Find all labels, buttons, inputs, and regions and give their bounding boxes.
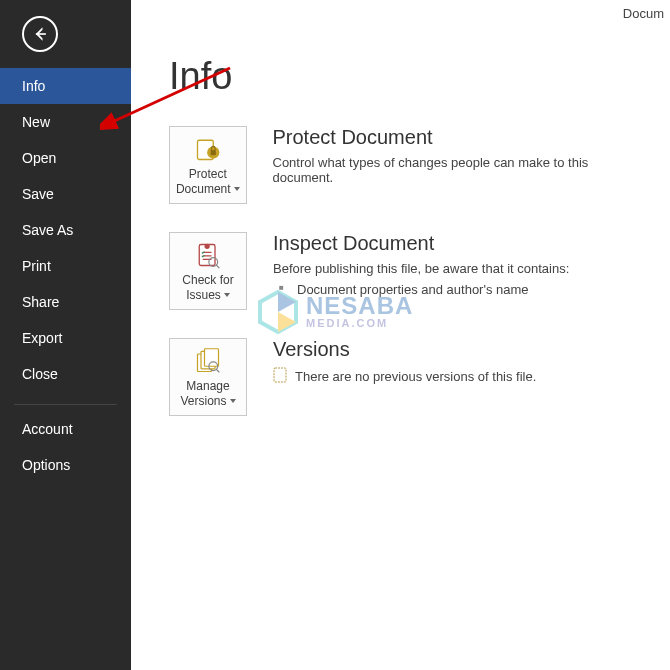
app-root: Docum Info New Open Save Save As Print S… [0,0,670,670]
svg-line-12 [216,369,220,373]
sidebar-item-export[interactable]: Export [0,320,131,356]
versions-text-label: There are no previous versions of this f… [295,369,536,384]
checklist-icon [194,240,222,270]
tile-label-line2: Document [176,182,240,196]
sidebar-item-print[interactable]: Print [0,248,131,284]
svg-line-7 [216,265,220,269]
inspect-body: Inspect Document Before publishing this … [273,232,569,310]
tile-label-line1: Protect [189,167,227,181]
lock-icon [194,134,222,164]
sidebar-item-account[interactable]: Account [0,411,131,447]
sidebar-item-open[interactable]: Open [0,140,131,176]
sidebar-item-close[interactable]: Close [0,356,131,392]
section-versions: Manage Versions Versions There are no pr… [169,338,650,416]
protect-text: Control what types of changes people can… [273,155,651,185]
inspect-heading: Inspect Document [273,232,569,255]
section-protect: Protect Document Protect Document Contro… [169,126,650,204]
back-button[interactable] [22,16,58,52]
protect-body: Protect Document Control what types of c… [273,126,651,204]
versions-body: Versions There are no previous versions … [273,338,536,416]
sidebar-item-new[interactable]: New [0,104,131,140]
tile-label-line1: Check for [182,273,233,287]
document-icon [273,367,287,386]
tile-label-line2: Versions [180,394,235,408]
inspect-list-item: Document properties and author's name [297,282,569,297]
protect-heading: Protect Document [273,126,651,149]
svg-point-5 [205,244,210,249]
section-inspect: Check for Issues Inspect Document Before… [169,232,650,310]
sidebar-item-share[interactable]: Share [0,284,131,320]
svg-rect-3 [210,150,215,155]
check-for-issues-button[interactable]: Check for Issues [169,232,247,310]
tile-label-line2: Issues [186,288,230,302]
page-title: Info [169,55,650,98]
inspect-text: Before publishing this file, be aware th… [273,261,569,276]
sidebar-item-save[interactable]: Save [0,176,131,212]
document-stack-icon [194,346,222,376]
backstage-sidebar: Info New Open Save Save As Print Share E… [0,0,131,670]
tile-label-line1: Manage [186,379,229,393]
protect-document-button[interactable]: Protect Document [169,126,247,204]
svg-rect-13 [274,368,286,382]
main-pane: Info Protect Document Protect Document C… [131,0,670,670]
sidebar-item-info[interactable]: Info [0,68,131,104]
inspect-list: Document properties and author's name [273,282,569,297]
arrow-left-icon [30,24,50,44]
sidebar-items: Info New Open Save Save As Print Share E… [0,68,131,483]
sidebar-item-options[interactable]: Options [0,447,131,483]
sidebar-item-save-as[interactable]: Save As [0,212,131,248]
sidebar-separator [14,404,117,405]
versions-text: There are no previous versions of this f… [273,367,536,386]
manage-versions-button[interactable]: Manage Versions [169,338,247,416]
versions-heading: Versions [273,338,536,361]
svg-rect-0 [36,33,46,35]
